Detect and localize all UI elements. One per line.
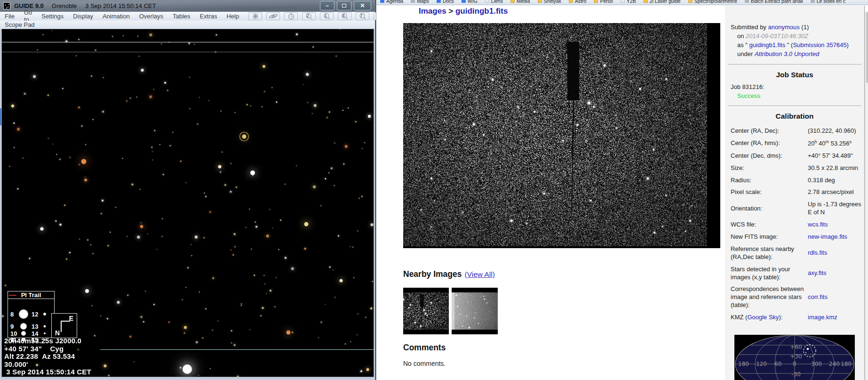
calibration-value: wcs.fits xyxy=(808,221,862,229)
bookmark-2i-laser-guide[interactable]: 2i Laser guide xyxy=(644,0,681,4)
bookmark-batch-extract-path-anali[interactable]: Batch Extract path anali xyxy=(745,0,803,4)
calibration-value: Up is -1.73 degrees E of N xyxy=(808,201,862,217)
bookmark-shelyak[interactable]: Shelyak xyxy=(538,0,561,4)
bookmark-folder-icon xyxy=(538,0,542,3)
sidebar-link[interactable]: Attribution 3.0 Unported xyxy=(755,50,819,57)
fits-image-canvas xyxy=(403,23,720,248)
svg-text:60: 60 xyxy=(774,361,781,367)
bookmark-maps[interactable]: Maps xyxy=(411,0,429,4)
menu-item-extras[interactable]: Extras xyxy=(195,12,222,20)
sidebar-link[interactable]: guidingb1.fits xyxy=(749,41,786,49)
submitted-date-line: on 2014-09-03T10:46:30Z xyxy=(731,32,860,40)
submitted-by-line: Submitted by anonymous (1) xyxy=(731,24,860,32)
page-scrollbar[interactable] xyxy=(865,11,868,380)
job-status-heading: Job Status xyxy=(725,70,864,80)
breadcrumb-link-images[interactable]: Images xyxy=(419,7,446,16)
calibration-label: Radius: xyxy=(731,177,805,185)
calibration-label: Reference stars nearby (RA,Dec table): xyxy=(731,245,805,261)
menu-item-animation[interactable]: Animation xyxy=(98,12,135,20)
guide-title-datetime: 3 Sep 2014 15:50:14 CET xyxy=(85,2,156,9)
trail-line-icon xyxy=(9,295,16,296)
zoom-level-4-button[interactable]: 4 xyxy=(338,12,351,20)
menu-item-overlays[interactable]: Overlays xyxy=(135,12,168,20)
nearby-thumbnail-2[interactable] xyxy=(452,288,498,334)
nearby-images-heading: Nearby Images(View All) xyxy=(403,269,495,279)
calibration-file-link[interactable]: rdls.fits xyxy=(808,249,827,256)
bookmark-agenda[interactable]: Agenda xyxy=(380,0,403,4)
calibration-label: Center (RA, Dec): xyxy=(731,127,805,135)
screen: GUIDE 9.0 Grenoble 3 Sep 2014 15:50:14 C… xyxy=(0,0,868,380)
bookmark-le-soleil-en-c[interactable]: Le soleil en c xyxy=(811,0,845,4)
calibration-label: Center (RA, hms): xyxy=(731,139,805,147)
calibration-file-link[interactable]: corr.fits xyxy=(808,293,828,300)
bookmark-perso[interactable]: Perso xyxy=(594,0,613,4)
saturn-planet-icon[interactable] xyxy=(266,12,280,20)
maximize-icon xyxy=(342,4,346,8)
calibration-file-link[interactable]: new-image.fits xyxy=(808,233,847,240)
nearby-thumbnail-1[interactable] xyxy=(403,288,449,334)
google-sky-link[interactable]: Google Sky xyxy=(747,314,779,321)
calibration-label: KMZ (Google Sky): xyxy=(731,314,805,322)
minimize-button[interactable]: – xyxy=(320,1,334,10)
breadcrumb-link-guidingb1.fits[interactable]: guidingb1.fits xyxy=(455,7,508,16)
menu-item-scope-pad[interactable]: Scope Pad xyxy=(0,21,35,28)
maximize-button[interactable] xyxy=(337,1,351,10)
bookmark-astro[interactable]: Astro xyxy=(569,0,587,4)
bookmark-y2b[interactable]: Y2B xyxy=(621,0,636,4)
bookmark-media[interactable]: Media xyxy=(510,0,530,4)
bookmark-docs[interactable]: Docs xyxy=(437,0,454,4)
magnitude-legend: Pl Trail 81291310141115 xyxy=(8,291,55,338)
sparkle-star-icon[interactable] xyxy=(248,12,262,20)
bookmark-folder-icon xyxy=(745,0,749,3)
sidebar-link[interactable]: Submission 357645 xyxy=(793,41,846,49)
view-all-link[interactable]: (View All) xyxy=(465,270,495,278)
zoom-level-2-button[interactable]: 2 xyxy=(302,12,316,20)
bookmark-liens[interactable]: Liens xyxy=(485,0,503,4)
divider xyxy=(728,64,861,65)
bookmark-folder-icon xyxy=(485,0,489,3)
svg-text:180: 180 xyxy=(841,361,852,367)
calibration-label: WCS file: xyxy=(731,221,805,229)
scrollbar-thumb[interactable] xyxy=(866,12,868,83)
menu-item-display[interactable]: Display xyxy=(68,12,98,20)
menu-item-go-to[interactable]: Go to xyxy=(19,12,37,20)
calibration-label: Correspondences between image and refere… xyxy=(731,285,805,309)
divider xyxy=(728,105,861,106)
calibration-value: 30.5 x 22.8 arcmin xyxy=(808,164,862,172)
bookmark-folder-icon xyxy=(437,0,441,3)
guide-menubar-row2: Scope Pad xyxy=(0,21,375,29)
calibration-heading: Calibration xyxy=(725,112,864,121)
clock-icon[interactable] xyxy=(284,12,298,20)
calibration-file-link[interactable]: image.kmz xyxy=(808,314,837,321)
calibration-file-link[interactable]: axy.fits xyxy=(808,269,827,276)
calibration-value: new-image.fits xyxy=(808,233,862,241)
desktop-sliver xyxy=(0,108,1,125)
calibration-value: +40° 57' 34.489" xyxy=(808,152,862,160)
bookmark-wig[interactable]: WIG xyxy=(462,0,478,4)
breadcrumb-separator: > xyxy=(446,7,455,16)
menu-item-settings[interactable]: Settings xyxy=(37,12,68,20)
sidebar-link[interactable]: anonymous xyxy=(768,24,800,31)
star-chart: Pl Trail 81291310141115 E N 20h40m53.25s… xyxy=(1,29,374,377)
guide-app-icon xyxy=(3,2,10,9)
close-button[interactable]: ✕ xyxy=(354,1,371,10)
menu-item-help[interactable]: Help xyxy=(222,12,244,20)
zoom-level-7-button[interactable]: 7 xyxy=(356,12,369,20)
bookmark-folder-icon xyxy=(380,0,384,3)
calibration-file-link[interactable]: wcs.fits xyxy=(808,221,828,228)
bookmark-folder-icon xyxy=(621,0,625,3)
bookmark-spectropolarimetrie[interactable]: Spectropolarimetrie xyxy=(688,0,737,4)
zoom-level-1-button[interactable]: 1 xyxy=(320,12,334,20)
calibration-value: 2.78 arcsec/pixel xyxy=(808,188,862,196)
job-id-label: Job 831216: xyxy=(725,83,864,91)
menu-item-tables[interactable]: Tables xyxy=(168,12,195,20)
guide-titlebar[interactable]: GUIDE 9.0 Grenoble 3 Sep 2014 15:50:14 C… xyxy=(0,0,375,12)
menu-item-file[interactable]: File xyxy=(0,12,19,20)
bookmark-folder-icon xyxy=(688,0,693,3)
svg-text:300: 300 xyxy=(811,361,822,367)
calibration-label: Center (Dec, dms): xyxy=(731,152,805,160)
bookmarks-bar: AgendaMapsDocsWIGLiensMediaShelyakAstroP… xyxy=(376,0,868,5)
guide-window-bottom-border xyxy=(0,377,375,380)
calibration-label: New FITS image: xyxy=(731,233,805,241)
window-buttons: – ✕ xyxy=(320,1,371,10)
